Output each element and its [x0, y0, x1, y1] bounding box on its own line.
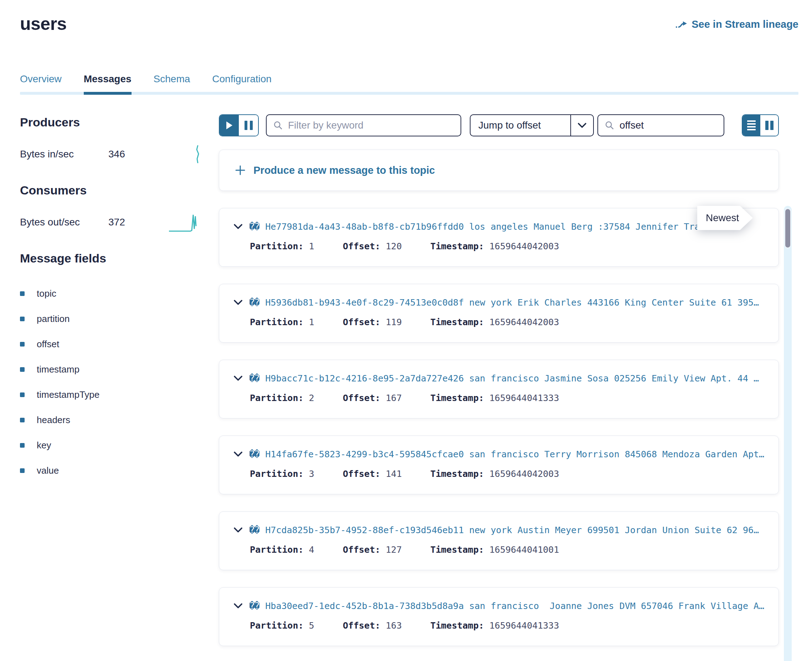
producers-heading: Producers — [20, 115, 202, 129]
message-meta: Partition: 1 Offset: 120 Timestamp: 1659… — [250, 241, 768, 251]
field-label: partition — [37, 313, 70, 324]
jump-select-value: Jump to offset — [471, 115, 570, 136]
tabs-underline — [20, 92, 798, 95]
field-item-headers[interactable]: headers — [20, 407, 202, 433]
produce-message-button[interactable]: Produce a new message to this topic — [219, 150, 779, 191]
message-meta: Partition: 2 Offset: 167 Timestamp: 1659… — [250, 393, 768, 403]
tab-overview[interactable]: Overview — [20, 73, 62, 85]
field-item-value[interactable]: value — [20, 458, 202, 483]
key-bytes-icon: �� — [249, 297, 259, 308]
play-icon — [225, 121, 233, 130]
message-meta: Partition: 3 Offset: 141 Timestamp: 1659… — [250, 469, 768, 479]
page-title: users — [20, 14, 67, 34]
message-fields-list: topic partition offset timestamp timesta… — [20, 281, 202, 483]
bytes-in-label: Bytes in/sec — [20, 148, 108, 160]
message-fields-heading: Message fields — [20, 251, 202, 265]
expand-chevron-icon[interactable] — [234, 603, 243, 609]
messages-scrollbar[interactable] — [784, 206, 792, 661]
key-bytes-icon: �� — [249, 221, 259, 232]
field-label: topic — [37, 288, 56, 299]
plus-icon — [235, 165, 246, 176]
tab-configuration[interactable]: Configuration — [212, 73, 272, 85]
expand-chevron-icon[interactable] — [234, 224, 243, 230]
see-in-stream-lineage-link[interactable]: See in Stream lineage — [675, 19, 798, 30]
message-summary: H14fa67fe-5823-4299-b3c4-595845cfcae0 sa… — [265, 449, 768, 460]
bytes-in-value: 346 — [108, 148, 125, 160]
stream-lineage-icon — [675, 19, 687, 30]
expand-chevron-icon[interactable] — [234, 300, 243, 306]
bytes-out-label: Bytes out/sec — [20, 217, 108, 228]
filter-input[interactable] — [288, 120, 454, 131]
key-bytes-icon: �� — [249, 449, 259, 460]
view-mode-toggle — [742, 114, 779, 136]
keyword-filter — [266, 114, 461, 136]
newest-badge-label: Newest — [697, 206, 753, 230]
message-card[interactable]: �� H9bacc71c-b12c-4216-8e95-2a7da727e426… — [219, 360, 779, 418]
consumers-heading: Consumers — [20, 184, 202, 197]
field-bullet-icon — [20, 468, 25, 473]
field-bullet-icon — [20, 418, 25, 422]
message-summary: Hba30eed7-1edc-452b-8b1a-738d3b5d8a9a sa… — [265, 601, 768, 611]
tab-schema[interactable]: Schema — [154, 73, 191, 85]
playback-toggle — [219, 114, 259, 136]
key-bytes-icon: �� — [249, 373, 259, 383]
messages-toolbar: Jump to offset — [219, 114, 779, 136]
field-item-offset[interactable]: offset — [20, 332, 202, 357]
chevron-down-icon — [571, 115, 593, 136]
field-bullet-icon — [20, 393, 25, 397]
topic-tabs: Overview Messages Schema Configuration — [20, 73, 798, 95]
play-button[interactable] — [219, 115, 239, 136]
key-bytes-icon: �� — [249, 600, 259, 611]
field-item-timestamp[interactable]: timestamp — [20, 357, 202, 382]
field-item-timestampType[interactable]: timestampType — [20, 382, 202, 407]
tab-messages[interactable]: Messages — [84, 73, 131, 85]
message-summary: H7cda825b-35b7-4952-88ef-c193d546eb11 ne… — [265, 525, 768, 535]
field-item-topic[interactable]: topic — [20, 281, 202, 306]
produce-button-label: Produce a new message to this topic — [253, 164, 435, 176]
search-icon — [605, 120, 615, 130]
split-view-button[interactable] — [760, 115, 778, 136]
field-item-partition[interactable]: partition — [20, 306, 202, 332]
field-label: key — [37, 440, 51, 451]
message-card[interactable]: �� H7cda825b-35b7-4952-88ef-c193d546eb11… — [219, 511, 779, 570]
field-bullet-icon — [20, 367, 25, 372]
field-label: value — [37, 465, 59, 476]
message-meta: Partition: 1 Offset: 119 Timestamp: 1659… — [250, 317, 768, 327]
message-summary: H9bacc71c-b12c-4216-8e95-2a7da727e426 sa… — [265, 373, 768, 383]
expand-chevron-icon[interactable] — [234, 527, 243, 533]
consumers-metric-row: Bytes out/sec 372 — [20, 212, 202, 233]
message-summary: H5936db81-b943-4e0f-8c29-74513e0c0d8f ne… — [265, 297, 768, 308]
metrics-sidebar: Producers Bytes in/sec 346 Consumers Byt… — [20, 115, 202, 483]
list-view-button[interactable] — [743, 115, 760, 136]
lineage-link-label: See in Stream lineage — [692, 19, 798, 30]
scrollbar-thumb[interactable] — [785, 208, 791, 248]
message-card[interactable]: �� He77981da-4a43-48ab-b8f8-cb71b96ffdd0… — [219, 208, 779, 267]
field-label: timestamp — [37, 364, 80, 375]
offset-search — [597, 114, 724, 136]
message-card[interactable]: �� H14fa67fe-5823-4299-b3c4-595845cfcae0… — [219, 436, 779, 494]
messages-panel: Jump to offset — [219, 114, 779, 646]
search-icon — [273, 120, 283, 130]
bytes-out-value: 372 — [108, 217, 125, 228]
bytes-out-sparkline — [168, 212, 202, 233]
field-bullet-icon — [20, 317, 25, 321]
message-card[interactable]: �� Hba30eed7-1edc-452b-8b1a-738d3b5d8a9a… — [219, 587, 779, 646]
message-card[interactable]: �� H5936db81-b943-4e0f-8c29-74513e0c0d8f… — [219, 284, 779, 343]
message-meta: Partition: 4 Offset: 127 Timestamp: 1659… — [250, 544, 768, 555]
expand-chevron-icon[interactable] — [234, 451, 243, 457]
field-bullet-icon — [20, 342, 25, 346]
key-bytes-icon: �� — [249, 525, 259, 535]
offset-input[interactable] — [620, 120, 717, 131]
jump-to-offset-select[interactable]: Jump to offset — [470, 114, 594, 136]
message-meta: Partition: 5 Offset: 163 Timestamp: 1659… — [250, 620, 768, 631]
field-label: timestampType — [37, 389, 99, 400]
field-label: headers — [37, 415, 70, 426]
field-bullet-icon — [20, 291, 25, 296]
bytes-in-sparkline — [193, 144, 202, 164]
pause-button[interactable] — [239, 115, 258, 136]
expand-chevron-icon[interactable] — [234, 375, 243, 382]
newest-badge: Newest — [697, 206, 753, 230]
producers-metric-row: Bytes in/sec 346 — [20, 144, 202, 165]
field-item-key[interactable]: key — [20, 433, 202, 458]
field-bullet-icon — [20, 443, 25, 448]
